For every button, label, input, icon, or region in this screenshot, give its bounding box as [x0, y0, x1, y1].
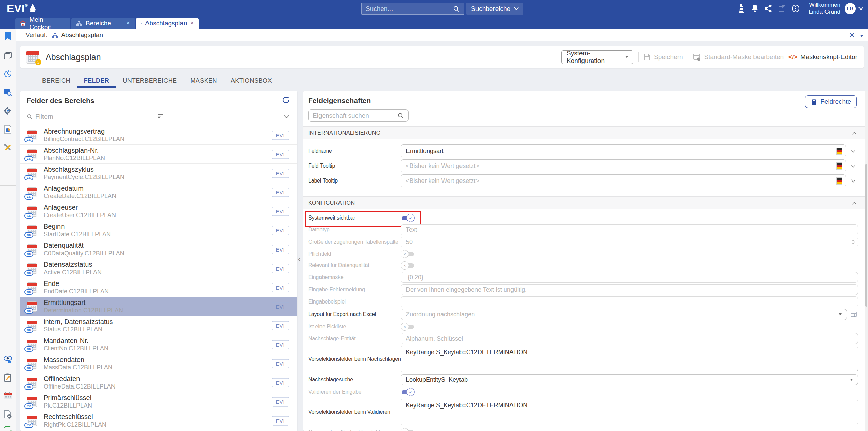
property-select[interactable]: Zuordnung nachschlagen — [401, 309, 847, 320]
global-search-input[interactable] — [366, 5, 453, 13]
field-list-item[interactable]: CO Datenqualität C0DataQuality.C12BILLPL… — [20, 240, 297, 259]
property-input[interactable] — [401, 296, 858, 307]
scrollbar-thumb[interactable] — [865, 164, 867, 307]
field-list-item[interactable]: CO Massendaten MassData.C12BILLPLAN EVI — [20, 354, 297, 373]
property-textarea[interactable] — [401, 346, 858, 372]
toggle-off[interactable]: × — [401, 322, 415, 331]
chevron-down-icon[interactable] — [849, 179, 858, 183]
user-menu-chevron-icon[interactable] — [858, 5, 863, 12]
vertical-scrollbar[interactable] — [865, 91, 868, 431]
notifications-bell-icon[interactable] — [748, 4, 762, 13]
collapse-chevron-icon[interactable] — [852, 130, 857, 136]
windows-icon[interactable] — [3, 51, 12, 62]
field-list-item[interactable]: CO Anlagedatum CreateDate.C12BILLPLAN EV… — [20, 183, 297, 202]
property-input[interactable] — [401, 224, 858, 235]
watch-star-icon[interactable] — [3, 355, 13, 365]
tab-bereiche[interactable]: Bereiche × — [71, 18, 135, 29]
section-header[interactable]: KONFIGURATION — [303, 196, 865, 209]
org-chart-icon — [52, 32, 58, 38]
document-gear-icon[interactable] — [3, 410, 12, 420]
tab-abschlagsplan[interactable]: Abschlagsplan × — [136, 18, 199, 29]
automation-gear-icon[interactable] — [3, 106, 12, 117]
section-tab-aktionsbox[interactable]: AKTIONSBOX — [224, 74, 279, 87]
search-scope-dropdown[interactable]: Suchbereiche — [466, 3, 523, 15]
field-list-item[interactable]: CO Abrechnungsvertrag BillingContract.C1… — [20, 126, 297, 145]
property-input[interactable] — [401, 284, 858, 295]
sort-icon[interactable] — [158, 114, 164, 120]
history-item[interactable]: Abschlagsplan — [52, 31, 103, 39]
field-list-item[interactable]: CO Mandanten-Nr. ClientNo.C12BILLPLAN EV… — [20, 335, 297, 354]
number-spinner[interactable] — [852, 240, 855, 244]
external-link-icon[interactable] — [775, 4, 789, 13]
close-icon[interactable]: × — [850, 30, 854, 40]
field-name: Offlinedaten — [44, 375, 116, 383]
field-rights-button[interactable]: Feldrechte — [805, 95, 857, 108]
clipboard-edit-icon[interactable] — [3, 373, 12, 384]
filter-field[interactable] — [27, 111, 149, 122]
sync-arrows-icon[interactable] — [3, 425, 13, 431]
property-input[interactable] — [401, 174, 846, 187]
field-list-item[interactable]: CO Anlageuser CreateUser.C12BILLPLAN EVI — [20, 202, 297, 221]
field-code: ClientNo.C12BILLPLAN — [44, 345, 108, 352]
field-list-item[interactable]: CO Abschlagsplan-Nr. PlanNo.C12BILLPLAN … — [20, 145, 297, 164]
excel-layout-icon[interactable] — [850, 311, 858, 318]
history-icon[interactable] — [3, 70, 12, 80]
global-search[interactable] — [361, 3, 464, 15]
tools-icon[interactable] — [3, 143, 12, 153]
field-list-item[interactable]: CO Abschlagszyklus PaymentCycle.C12BILLP… — [20, 164, 297, 183]
field-list-item[interactable]: CO intern, Datensatzstatus Status.C12BIL… — [20, 316, 297, 335]
section-tab-bereich[interactable]: BEREICH — [35, 74, 77, 87]
section-tab-felder[interactable]: FELDER — [77, 74, 116, 87]
field-code: CreateDate.C12BILLPLAN — [44, 193, 116, 200]
save-button[interactable]: Speichern — [643, 53, 683, 61]
lighthouse-icon[interactable] — [734, 4, 748, 13]
field-list-item[interactable]: CO Ende EndDate.C12BILLPLAN EVI — [20, 278, 297, 297]
field-list-item[interactable]: CO Datensatzstatus Active.C12BILLPLAN EV… — [20, 259, 297, 278]
property-row: Numerisches Nachschlagefeld× — [308, 426, 858, 431]
property-select[interactable]: LookupEntityS_Keytab — [401, 374, 858, 385]
tab-mein-cockpit[interactable]: Mein Cockpit — [15, 18, 70, 29]
toggle-off[interactable]: × — [401, 261, 415, 270]
search-icon[interactable] — [453, 5, 460, 12]
section-tab-masken[interactable]: MASKEN — [184, 74, 224, 87]
section-tab-unterbereiche[interactable]: UNTERBEREICHE — [116, 74, 184, 87]
field-list-item[interactable]: CO Primärschlüssel Pk.C12BILLPLAN EVI — [20, 392, 297, 411]
toggle-on[interactable]: ✓ — [401, 213, 415, 222]
toggle-on[interactable]: ✓ — [401, 387, 415, 396]
section-header[interactable]: INTERNATIONALISIERUNG — [303, 126, 865, 139]
chevron-down-icon[interactable] — [284, 114, 289, 120]
property-search-field[interactable] — [308, 109, 409, 122]
configuration-select[interactable]: System-Konfiguration — [561, 50, 633, 64]
bookmark-icon[interactable] — [4, 32, 12, 42]
report-search-icon[interactable] — [3, 88, 12, 98]
history-menu-caret-icon[interactable] — [860, 31, 863, 39]
refresh-icon[interactable] — [282, 96, 290, 105]
avatar[interactable]: LG — [845, 3, 856, 14]
field-list-item[interactable]: CO Rechteschlüssel RightPk.C12BILLPLAN E… — [20, 411, 297, 430]
property-input[interactable] — [401, 333, 858, 344]
field-list-item[interactable]: CO Offlinedaten OfflineData.C12BILLPLAN … — [20, 373, 297, 392]
edit-standard-mask-button[interactable]: Standard-Maske bearbeiten — [693, 53, 784, 61]
panel-collapse-handle[interactable]: ‹ — [298, 254, 301, 264]
toggle-off[interactable]: × — [401, 249, 415, 258]
field-list-item[interactable]: CO Beginn StartDate.C12BILLPLAN EVI — [20, 221, 297, 240]
report-chart-icon[interactable] — [4, 125, 12, 136]
calendar-icon[interactable] — [3, 391, 13, 401]
tab-close-icon[interactable]: × — [126, 20, 130, 27]
collapse-chevron-icon[interactable] — [852, 200, 857, 206]
property-input[interactable] — [401, 272, 858, 283]
more-options-icon[interactable] — [789, 4, 802, 13]
mask-script-editor-button[interactable]: </> Maskenskript-Editor — [788, 53, 857, 61]
share-icon[interactable] — [762, 4, 775, 13]
property-input[interactable] — [401, 159, 846, 172]
field-list-item[interactable]: CO Ermittlungsart Determination.C12BILLP… — [20, 297, 297, 316]
property-search-input[interactable] — [313, 112, 397, 119]
property-input[interactable] — [401, 144, 846, 157]
chevron-down-icon[interactable] — [849, 165, 858, 168]
tab-close-icon[interactable]: × — [190, 20, 194, 27]
chevron-down-icon[interactable] — [849, 150, 858, 153]
property-textarea[interactable] — [401, 399, 858, 425]
property-input[interactable] — [401, 237, 858, 247]
toggle-off[interactable]: × — [401, 428, 415, 431]
filter-input[interactable] — [35, 113, 149, 120]
